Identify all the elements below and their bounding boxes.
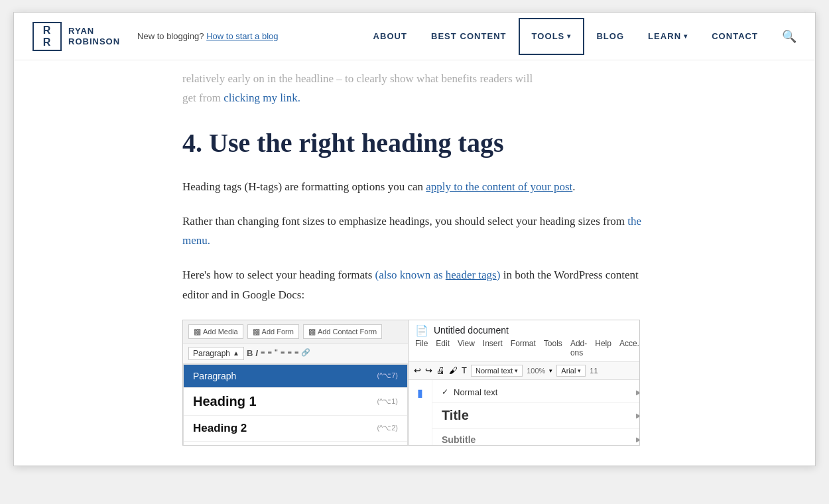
chevron-down-icon: ▾ bbox=[549, 367, 552, 374]
wp-heading3-item[interactable]: Heading 3 (^⌥3) bbox=[184, 441, 407, 446]
redo-icon[interactable]: ↪ bbox=[425, 365, 432, 375]
paragraph-select[interactable]: Paragraph ▲ bbox=[188, 347, 244, 360]
gdocs-toolbar: ↩ ↪ 🖨 🖌 T Normal text ▾ 100% ▾ Arial ▾ bbox=[409, 362, 640, 380]
align-center-icon[interactable]: ≡ bbox=[287, 348, 291, 358]
nav-links: ABOUT BEST CONTENT TOOLS ▾ BLOG LEARN ▾ … bbox=[361, 13, 797, 60]
add-form-button[interactable]: ▩ Add Form bbox=[247, 324, 299, 339]
logo-box: RR bbox=[32, 22, 62, 51]
wordpress-panel: ▩ Add Media ▩ Add Form ▩ Add Contact For… bbox=[183, 320, 409, 445]
undo-icon[interactable]: ↩ bbox=[414, 365, 421, 375]
print-icon[interactable]: 🖨 bbox=[436, 365, 445, 375]
paint-icon[interactable]: 🖌 bbox=[449, 365, 458, 375]
add-contact-form-button[interactable]: ▩ Add Contact Form bbox=[303, 324, 382, 339]
wp-toolbar: ▩ Add Media ▩ Add Form ▩ Add Contact For… bbox=[183, 320, 408, 344]
align-right-icon[interactable]: ≡ bbox=[294, 348, 298, 358]
gdocs-doc-icon: 📄 bbox=[415, 324, 428, 337]
gdocs-dropdown: ✓ Normal text ▶ Title ▶ Subtitle ▶ bbox=[432, 380, 640, 446]
gdocs-menu-addons[interactable]: Add-ons bbox=[570, 339, 587, 357]
align-left-icon[interactable]: ≡ bbox=[281, 348, 285, 358]
bold-icon[interactable]: B bbox=[247, 348, 253, 358]
gdocs-font-select[interactable]: Arial ▾ bbox=[556, 365, 586, 377]
nav-bar: RR RYAN ROBINSON New to blogging? How to… bbox=[14, 13, 815, 60]
arrow-right-icon: ▶ bbox=[636, 389, 640, 396]
search-icon[interactable]: 🔍 bbox=[770, 29, 797, 44]
gdocs-title-row: 📄 Untitled document bbox=[415, 324, 640, 337]
tagline: New to blogging? How to start a blog bbox=[137, 31, 278, 41]
gdocs-normal-text-item[interactable]: ✓ Normal text ▶ bbox=[432, 383, 640, 402]
wp-heading-items: Heading 1 (^⌥1) Heading 2 (^⌥2) Heading … bbox=[184, 387, 407, 446]
gdocs-sidebar-icon: ▮ bbox=[409, 380, 432, 446]
body-para-3: Here's how to select your heading format… bbox=[182, 265, 647, 305]
wp-paragraph-item[interactable]: Paragraph (^⌥7) bbox=[184, 365, 407, 387]
check-icon: ✓ bbox=[442, 387, 448, 397]
wp-dropdown-menu: Paragraph (^⌥7) Heading 1 (^⌥1) Heading … bbox=[183, 364, 408, 446]
gdocs-menu-tools[interactable]: Tools bbox=[544, 339, 562, 357]
wp-heading2-item[interactable]: Heading 2 (^⌥2) bbox=[184, 415, 407, 441]
arrow-right-icon: ▶ bbox=[636, 436, 640, 443]
wp-format-bar: Paragraph ▲ B I ≡ ≡ " ≡ ≡ ≡ 🔗 bbox=[183, 344, 408, 364]
gdocs-menu-row: File Edit View Insert Format Tools Add-o… bbox=[415, 339, 640, 360]
brand-name-line1: RYAN bbox=[68, 26, 120, 36]
media-icon: ▩ bbox=[194, 327, 201, 336]
browser-frame: RR RYAN ROBINSON New to blogging? How to… bbox=[13, 12, 816, 466]
gdocs-menu-view[interactable]: View bbox=[458, 339, 475, 357]
nav-item-learn[interactable]: LEARN ▾ bbox=[636, 13, 700, 60]
gdocs-title-item[interactable]: Title ▶ bbox=[432, 402, 640, 428]
nav-item-about[interactable]: ABOUT bbox=[361, 13, 419, 60]
chevron-down-icon: ▾ bbox=[567, 32, 571, 40]
gdocs-panel: 📄 Untitled document File Edit View Inser… bbox=[409, 320, 640, 445]
wp-heading1-item[interactable]: Heading 1 (^⌥1) bbox=[184, 387, 407, 415]
gdocs-menu-insert[interactable]: Insert bbox=[483, 339, 503, 357]
nav-item-contact[interactable]: CONTACT bbox=[700, 13, 770, 60]
apply-link[interactable]: apply to the content of your post bbox=[426, 180, 572, 193]
ul-icon[interactable]: ≡ bbox=[261, 348, 265, 358]
gdocs-titlebar: 📄 Untitled document File Edit View Inser… bbox=[409, 320, 640, 362]
contact-icon: ▩ bbox=[308, 327, 316, 336]
link-icon[interactable]: 🔗 bbox=[301, 348, 310, 358]
logo-area: RR RYAN ROBINSON bbox=[32, 22, 120, 51]
section-heading: 4. Use the right heading tags bbox=[182, 128, 647, 158]
gdocs-menu-format[interactable]: Format bbox=[511, 339, 536, 357]
body-para-2: Rather than changing font sizes to empha… bbox=[182, 212, 647, 251]
chevron-down-icon: ▾ bbox=[684, 32, 688, 40]
gdocs-subtitle-item[interactable]: Subtitle ▶ bbox=[432, 428, 640, 446]
chevron-down-icon: ▾ bbox=[578, 367, 581, 374]
nav-item-blog[interactable]: BLOG bbox=[584, 13, 636, 60]
wp-format-icons: B I ≡ ≡ " ≡ ≡ ≡ 🔗 bbox=[247, 348, 310, 358]
gdocs-style-select[interactable]: Normal text ▾ bbox=[471, 365, 523, 377]
add-media-button[interactable]: ▩ Add Media bbox=[188, 324, 243, 339]
screenshot-composite: ▩ Add Media ▩ Add Form ▩ Add Contact For… bbox=[182, 320, 640, 446]
gdocs-menu-help[interactable]: Help bbox=[595, 339, 611, 357]
form-icon: ▩ bbox=[253, 327, 260, 336]
tagline-text: New to blogging? bbox=[137, 31, 204, 41]
brand-name: RYAN ROBINSON bbox=[68, 26, 120, 46]
gdocs-doc-name: Untitled document bbox=[434, 325, 509, 336]
nav-item-best-content[interactable]: BEST CONTENT bbox=[419, 13, 519, 60]
blockquote-icon[interactable]: " bbox=[275, 348, 278, 358]
arrow-right-icon: ▶ bbox=[636, 412, 640, 419]
tagline-link[interactable]: How to start a blog bbox=[206, 31, 278, 41]
logo-icon: RR bbox=[43, 25, 52, 48]
gdocs-heading-items: Title ▶ Subtitle ▶ bbox=[432, 402, 640, 446]
chevron-down-icon: ▾ bbox=[515, 367, 518, 374]
ol-icon[interactable]: ≡ bbox=[267, 348, 271, 358]
content-area: relatively early on in the headline – to… bbox=[162, 60, 667, 466]
faded-intro-text: relatively early on in the headline – to… bbox=[182, 60, 647, 113]
gdocs-menu-file[interactable]: File bbox=[415, 339, 428, 357]
header-tags-link[interactable]: header tags bbox=[446, 269, 497, 281]
spell-icon[interactable]: T bbox=[462, 365, 467, 375]
gdocs-content: ▮ ✓ Normal text ▶ Title ▶ bbox=[409, 380, 640, 446]
gdocs-menu-edit[interactable]: Edit bbox=[436, 339, 450, 357]
italic-icon[interactable]: I bbox=[255, 348, 258, 358]
brand-name-line2: ROBINSON bbox=[68, 36, 120, 47]
nav-item-tools[interactable]: TOOLS ▾ bbox=[519, 18, 585, 55]
body-para-1: Heading tags (H-tags) are formatting opt… bbox=[182, 177, 647, 197]
gdocs-menu-acce[interactable]: Acce... bbox=[619, 339, 640, 357]
gdocs-sheet-icon: ▮ bbox=[417, 387, 423, 446]
para-arrow-icon: ▲ bbox=[233, 349, 239, 357]
